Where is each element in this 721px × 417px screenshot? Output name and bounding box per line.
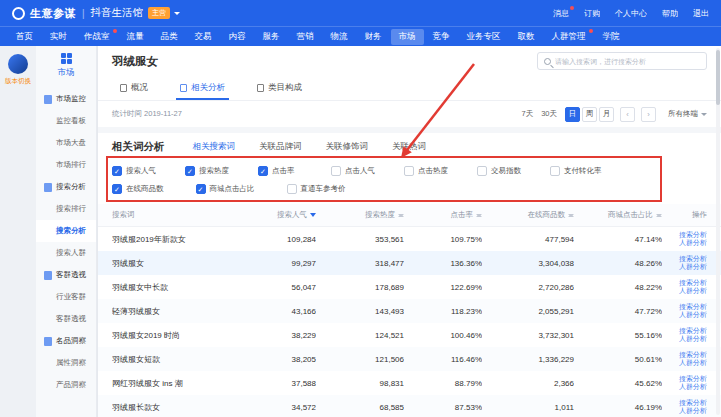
action-搜索分析[interactable]: 搜索分析 (679, 327, 707, 335)
granularity-日[interactable]: 日 (565, 107, 580, 122)
next-page-button[interactable]: › (641, 107, 656, 122)
row-actions: 搜索分析人群分析 (662, 399, 707, 416)
action-人群分析[interactable]: 人群分析 (679, 239, 707, 247)
nav-item-业务专区[interactable]: 业务专区 (459, 29, 509, 45)
range-30天[interactable]: 30天 (541, 109, 557, 119)
panel-tab-相关搜索词[interactable]: 相关搜索词 (193, 141, 236, 153)
header-menu-item-退出[interactable]: 退出 (693, 8, 709, 19)
column-header-操作[interactable]: 操作 (662, 210, 707, 220)
action-人群分析[interactable]: 人群分析 (679, 335, 707, 343)
nav-item-交易[interactable]: 交易 (187, 29, 220, 45)
nav-item-作战室[interactable]: 作战室 (76, 29, 118, 45)
value-cell: 50.61% (574, 355, 662, 364)
nav-item-服务[interactable]: 服务 (255, 29, 288, 45)
nav-item-财务[interactable]: 财务 (357, 29, 390, 45)
module-chip[interactable]: 市场 (36, 46, 96, 88)
version-switch-tag[interactable]: 版本切换 (0, 77, 36, 85)
column-header-搜索热度[interactable]: 搜索热度 (316, 210, 404, 220)
sidebar-item-搜索排行[interactable]: 搜索排行 (36, 198, 96, 220)
action-搜索分析[interactable]: 搜索分析 (679, 375, 707, 383)
metric-checkbox-商城点击占比[interactable]: ✓商城点击占比 (196, 184, 255, 194)
header-menu-item-个人中心[interactable]: 个人中心 (615, 8, 647, 19)
nav-item-物流[interactable]: 物流 (323, 29, 356, 45)
column-header-商城点击占比[interactable]: 商城点击占比 (574, 210, 662, 220)
nav-item-人群管理[interactable]: 人群管理 (544, 29, 594, 45)
sidebar-item-市场大盘[interactable]: 市场大盘 (36, 132, 96, 154)
action-搜索分析[interactable]: 搜索分析 (679, 255, 707, 263)
sidebar-item-搜索人群[interactable]: 搜索人群 (36, 242, 96, 264)
sidebar-item-属性洞察[interactable]: 属性洞察 (36, 352, 96, 374)
range-7天[interactable]: 7天 (521, 109, 533, 119)
header-right-menu: 消息订购个人中心帮助退出 (553, 8, 709, 19)
terminal-filter-dropdown[interactable]: 所有终端 (668, 109, 707, 119)
workspace-avatar[interactable] (8, 54, 28, 74)
header-menu-item-订购[interactable]: 订购 (584, 8, 600, 19)
tab-概况[interactable]: 概况 (104, 76, 164, 100)
nav-item-首页[interactable]: 首页 (8, 29, 41, 45)
sidebar-section-搜索分析[interactable]: 搜索分析 (36, 176, 96, 198)
metric-checkbox-交易指数[interactable]: 交易指数 (477, 166, 550, 176)
header-menu-item-消息[interactable]: 消息 (553, 8, 569, 19)
panel-tab-关联品牌词[interactable]: 关联品牌词 (259, 141, 302, 153)
metric-checkbox-搜索人气[interactable]: ✓搜索人气 (112, 166, 185, 176)
action-人群分析[interactable]: 人群分析 (679, 287, 707, 295)
table-row: 网红羽绒服女 ins 潮37,58898,83188.79%2,36645.62… (98, 371, 721, 395)
header-menu-item-帮助[interactable]: 帮助 (662, 8, 678, 19)
sidebar-item-市场排行[interactable]: 市场排行 (36, 154, 96, 176)
metric-row: ✓在线商品数✓商城点击占比直通车参考价 (112, 180, 707, 198)
scrollbar-track[interactable] (716, 48, 720, 415)
tab-类目构成[interactable]: 类目构成 (241, 76, 318, 100)
metric-checkbox-搜索热度[interactable]: ✓搜索热度 (185, 166, 258, 176)
tab-相关分析[interactable]: 相关分析 (164, 76, 241, 100)
action-人群分析[interactable]: 人群分析 (679, 263, 707, 271)
panel-tab-关联修饰词[interactable]: 关联修饰词 (326, 141, 369, 153)
action-人群分析[interactable]: 人群分析 (679, 383, 707, 391)
sidebar-section-客群透视[interactable]: 客群透视 (36, 264, 96, 286)
action-搜索分析[interactable]: 搜索分析 (679, 279, 707, 287)
sidebar-section-名品洞察[interactable]: 名品洞察 (36, 330, 96, 352)
action-搜索分析[interactable]: 搜索分析 (679, 303, 707, 311)
action-搜索分析[interactable]: 搜索分析 (679, 351, 707, 359)
sidebar-item-行业客群[interactable]: 行业客群 (36, 286, 96, 308)
action-人群分析[interactable]: 人群分析 (679, 407, 707, 415)
sidebar-item-监控看板[interactable]: 监控看板 (36, 110, 96, 132)
action-人群分析[interactable]: 人群分析 (679, 311, 707, 319)
value-cell: 99,297 (240, 259, 316, 268)
sidebar-item-产品洞察[interactable]: 产品洞察 (36, 374, 96, 396)
metric-checkbox-点击人气[interactable]: 点击人气 (331, 166, 404, 176)
nav-item-实时[interactable]: 实时 (42, 29, 75, 45)
metric-checkbox-在线商品数[interactable]: ✓在线商品数 (112, 184, 164, 194)
sidebar-item-客群透视[interactable]: 客群透视 (36, 308, 96, 330)
granularity-月[interactable]: 月 (599, 107, 614, 122)
nav-item-品类[interactable]: 品类 (153, 29, 186, 45)
metric-checkbox-支付转化率[interactable]: 支付转化率 (550, 166, 623, 176)
metric-checkbox-点击热度[interactable]: 点击热度 (404, 166, 477, 176)
search-input[interactable] (555, 58, 700, 65)
nav-item-内容[interactable]: 内容 (221, 29, 254, 45)
nav-item-学院[interactable]: 学院 (595, 29, 628, 45)
action-人群分析[interactable]: 人群分析 (679, 359, 707, 367)
column-header-点击率[interactable]: 点击率 (404, 210, 482, 220)
column-header-在线商品数[interactable]: 在线商品数 (482, 210, 574, 220)
sidebar-rail: 版本切换 (0, 46, 36, 417)
value-cell: 37,588 (240, 379, 316, 388)
chevron-down-icon[interactable] (174, 12, 180, 18)
nav-item-取数[interactable]: 取数 (510, 29, 543, 45)
column-header-搜索人气[interactable]: 搜索人气 (240, 210, 316, 220)
sidebar-section-市场监控[interactable]: 市场监控 (36, 88, 96, 110)
nav-item-营销[interactable]: 营销 (289, 29, 322, 45)
action-搜索分析[interactable]: 搜索分析 (679, 231, 707, 239)
column-header-搜索词[interactable]: 搜索词 (112, 210, 240, 220)
granularity-周[interactable]: 周 (582, 107, 597, 122)
keyword-search-box[interactable] (537, 52, 707, 70)
sidebar-item-搜索分析[interactable]: 搜索分析 (36, 220, 96, 242)
metric-checkbox-直通车参考价[interactable]: 直通车参考价 (287, 184, 346, 194)
prev-page-button[interactable]: ‹ (620, 107, 635, 122)
action-搜索分析[interactable]: 搜索分析 (679, 399, 707, 407)
metric-checkbox-点击率[interactable]: ✓点击率 (258, 166, 331, 176)
nav-item-流量[interactable]: 流量 (119, 29, 152, 45)
scrollbar-thumb[interactable] (716, 50, 720, 105)
panel-tab-关联热词[interactable]: 关联热词 (392, 141, 426, 153)
nav-item-市场[interactable]: 市场 (391, 29, 424, 45)
nav-item-竞争[interactable]: 竞争 (425, 29, 458, 45)
